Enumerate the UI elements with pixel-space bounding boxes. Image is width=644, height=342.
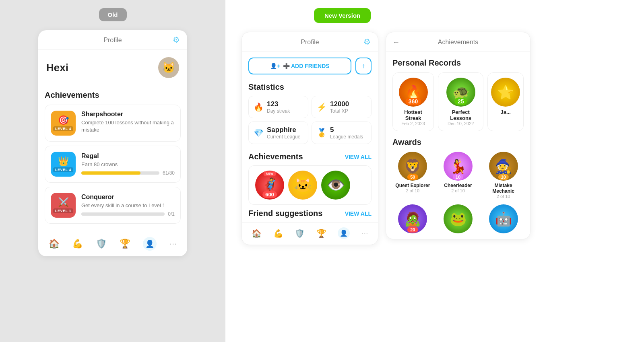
quest-explorer-name: Quest Explorer xyxy=(395,183,430,188)
nav-profile-icon[interactable]: 👤 xyxy=(143,237,157,251)
regal-desc: Earn 80 crowns xyxy=(81,161,175,168)
conqueror-badge: ⚔️ LEVEL 1 xyxy=(51,193,76,218)
share-icon: ↑ xyxy=(362,62,365,70)
friend-suggestions-header: Friend suggestions VIEW ALL xyxy=(248,209,372,218)
sharpshooter-desc: Complete 100 lessons without making a mi… xyxy=(81,119,175,134)
award-2-2: 🐸 xyxy=(438,204,479,233)
hottest-streak-label: Hottest Streak xyxy=(398,109,428,121)
sharpshooter-level: LEVEL 4 xyxy=(53,126,73,131)
statistics-title: Statistics xyxy=(248,82,372,92)
conqueror-name: Conqueror xyxy=(81,194,175,201)
regal-level: LEVEL 4 xyxy=(53,167,73,172)
perfect-lessons-label: Perfect Lessons xyxy=(444,109,477,121)
xp-value: 12000 xyxy=(330,100,349,108)
league-value: Sapphire xyxy=(267,126,300,134)
old-profile-title: Profile xyxy=(103,37,122,44)
gear-icon[interactable]: ⚙ xyxy=(173,35,180,45)
conqueror-desc: Get every skill in a course to Level 1 xyxy=(81,202,175,209)
award-badge-2-1: 🧟 20 xyxy=(398,204,427,233)
sharpshooter-icon: 🎯 xyxy=(58,115,69,126)
old-profile-row: Hexi 🐱 xyxy=(38,50,187,84)
record-hottest-streak: 🔥 360 Hottest Streak Feb 2, 2023 xyxy=(392,72,434,131)
friend-suggestions-title: Friend suggestions xyxy=(248,209,322,218)
cheerleader-sub: 2 of 10 xyxy=(451,188,465,193)
hottest-streak-date: Feb 2, 2023 xyxy=(401,121,425,126)
cheerleader-name: Cheerleader xyxy=(444,183,472,188)
new-nav-dumbbell-icon[interactable]: 💪 xyxy=(273,229,283,238)
awards-grid: 🦁 50 Quest Explorer 2 of 10 💃 10 Cheerle… xyxy=(392,152,524,199)
new-nav-shield-icon[interactable]: 🛡️ xyxy=(295,229,305,238)
regal-name: Regal xyxy=(81,152,175,160)
nav-trophy-icon[interactable]: 🏆 xyxy=(120,239,130,249)
diamond-icon: 💎 xyxy=(254,128,264,138)
award-2-3: 🤖 xyxy=(483,204,524,233)
old-profile-header: Profile ⚙ xyxy=(38,30,187,50)
friend-view-all[interactable]: VIEW ALL xyxy=(345,210,372,217)
award-mistake-mechanic: 🧙 10 Mistake Mechanic 2 of 10 xyxy=(483,152,524,199)
achievement-sharpshooter: 🎯 LEVEL 4 Sharpshooter Complete 100 less… xyxy=(45,105,181,142)
conqueror-progress-bg xyxy=(81,212,165,216)
new-nav-more-icon[interactable]: ··· xyxy=(361,229,368,238)
share-button[interactable]: ↑ xyxy=(355,58,372,74)
quest-explorer-num: 50 xyxy=(407,174,418,180)
add-friends-button[interactable]: 👤+ ➕ ADD FRIENDS xyxy=(248,58,351,74)
nav-dumbbell-icon[interactable]: 💪 xyxy=(72,239,83,249)
medal-icon: 🥇 xyxy=(317,128,327,138)
awards-section: Awards 🦁 50 Quest Explorer 2 of 10 💃 xyxy=(386,138,530,204)
old-achievements-title: Achievements xyxy=(45,91,181,100)
stat-medals: 🥇 5 League medals xyxy=(312,122,372,144)
achievement-badge-2: 🐱 xyxy=(288,171,317,200)
new-bottom-nav: 🏠 💪 🛡️ 🏆 👤 ··· xyxy=(242,222,378,245)
new-nav-trophy-icon[interactable]: 🏆 xyxy=(316,229,326,238)
old-phone-card: Profile ⚙ Hexi 🐱 Achievements 🎯 LEVEL 4 … xyxy=(38,30,187,256)
partial-label: Ja... xyxy=(501,109,511,115)
new-nav-profile-icon[interactable]: 👤 xyxy=(338,227,350,239)
achievements-view-all[interactable]: VIEW ALL xyxy=(345,154,372,160)
regal-progress-row: 61/80 xyxy=(81,170,175,176)
new-phone-card: Profile ⚙ 👤+ ➕ ADD FRIENDS ↑ Statistics … xyxy=(242,32,378,245)
mistake-mechanic-num: 10 xyxy=(498,174,509,180)
old-profile-name: Hexi xyxy=(46,62,68,74)
statistics-section: Statistics 🔥 123 Day streak ⚡ 12000 To xyxy=(242,78,378,148)
nav-more-icon[interactable]: ··· xyxy=(169,239,177,249)
new-nav-home-icon[interactable]: 🏠 xyxy=(252,229,262,238)
xp-label: Total XP xyxy=(330,108,349,114)
cheerleader-badge: 💃 10 xyxy=(444,152,473,181)
panel-title: Achievements xyxy=(438,39,479,46)
medals-value: 5 xyxy=(330,126,363,134)
old-bottom-nav: 🏠 💪 🛡️ 🏆 👤 ··· xyxy=(38,232,187,256)
mistake-mechanic-sub: 2 of 10 xyxy=(497,194,510,199)
achievement-badge-1: 🦸 NEW 600 xyxy=(255,171,284,200)
regal-info: Regal Earn 80 crowns 61/80 xyxy=(81,152,175,176)
lightning-icon: ⚡ xyxy=(317,102,327,112)
nav-shield-icon[interactable]: 🛡️ xyxy=(96,239,107,249)
perfect-lessons-num: 25 xyxy=(454,98,467,105)
add-friends-label: ➕ ADD FRIENDS xyxy=(283,63,330,69)
achievements-badges-row: 🦸 NEW 600 🐱 👁️ xyxy=(248,165,372,205)
conqueror-level: LEVEL 1 xyxy=(53,208,73,213)
new-tag: NEW xyxy=(264,171,276,176)
achievements-panel: ← Achievements Personal Records 🔥 360 Ho… xyxy=(386,32,530,239)
award-badge-2-2: 🐸 xyxy=(444,204,473,233)
old-achievements-section: Achievements 🎯 LEVEL 4 Sharpshooter Comp… xyxy=(38,84,187,228)
award-2-1: 🧟 20 xyxy=(392,204,433,233)
achievement-conqueror: ⚔️ LEVEL 1 Conqueror Get every skill in … xyxy=(45,187,181,224)
medals-label: League medals xyxy=(330,134,363,140)
back-button[interactable]: ← xyxy=(392,38,400,47)
perfect-lessons-date: Dec 10, 2022 xyxy=(448,121,474,126)
achievement-regal: 👑 LEVEL 4 Regal Earn 80 crowns 61/80 xyxy=(45,146,181,183)
awards-grid-2: 🧟 20 🐸 🤖 xyxy=(386,204,530,239)
regal-progress-bg xyxy=(81,171,159,175)
cheerleader-num: 10 xyxy=(453,174,463,180)
new-achievements-title: Achievements xyxy=(248,152,303,161)
new-gear-icon[interactable]: ⚙ xyxy=(363,37,371,47)
conqueror-progress-label: 0/1 xyxy=(168,211,175,217)
streak-label: Day streak xyxy=(267,108,290,114)
old-version-badge: Old xyxy=(99,8,127,21)
sharpshooter-info: Sharpshooter Complete 100 lessons withou… xyxy=(81,111,175,136)
nav-home-icon[interactable]: 🏠 xyxy=(49,239,60,249)
regal-badge: 👑 LEVEL 4 xyxy=(51,152,76,177)
quest-explorer-badge: 🦁 50 xyxy=(398,152,427,181)
award-cheerleader: 💃 10 Cheerleader 2 of 10 xyxy=(438,152,479,199)
old-avatar: 🐱 xyxy=(158,57,179,78)
